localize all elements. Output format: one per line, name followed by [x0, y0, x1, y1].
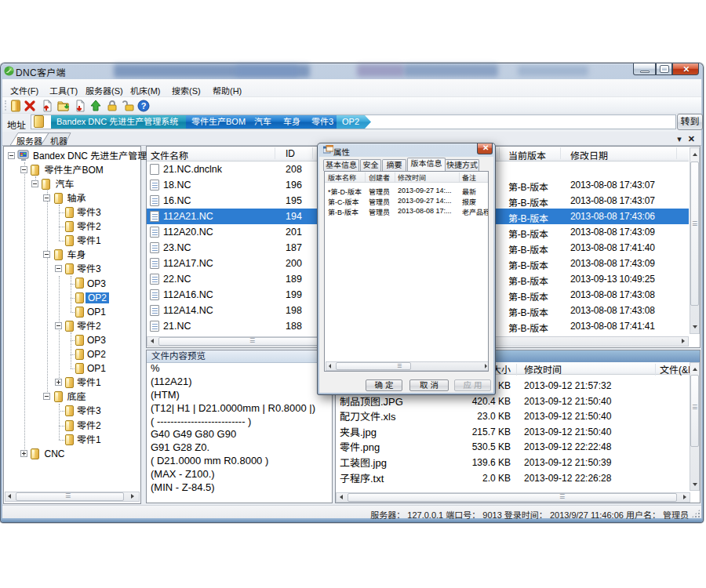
svg-text:?: ?: [141, 101, 147, 111]
